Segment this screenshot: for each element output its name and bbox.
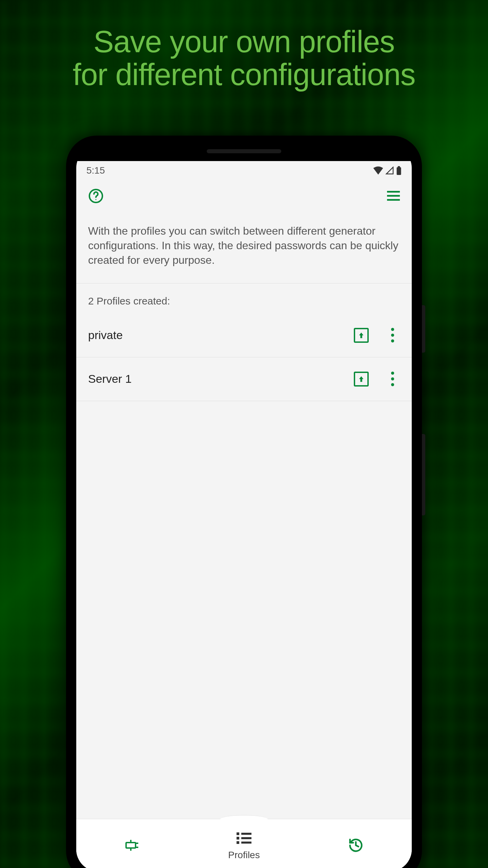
svg-rect-12 (241, 837, 251, 839)
list-icon (236, 830, 252, 846)
profile-count-label: 2 Profiles created: (76, 283, 412, 314)
headline-line-2: for different configurations (0, 58, 488, 91)
phone-frame: 5:15 (66, 136, 422, 868)
svg-rect-10 (241, 833, 251, 835)
status-bar: 5:15 (76, 161, 412, 180)
nav-generator[interactable] (76, 819, 188, 868)
signal-icon (385, 166, 394, 175)
promo-headline: Save your own profiles for different con… (0, 0, 488, 91)
description-text: With the profiles you can switch between… (76, 212, 412, 283)
svg-rect-14 (241, 842, 251, 844)
profile-list: private Server 1 (76, 314, 412, 819)
battery-icon (396, 166, 402, 175)
phone-speaker (207, 149, 281, 153)
history-icon (348, 837, 364, 853)
profile-item[interactable]: private (76, 314, 412, 357)
generator-icon (124, 837, 140, 853)
app-bar (76, 180, 412, 212)
upload-icon[interactable] (354, 328, 369, 343)
help-icon[interactable] (88, 188, 104, 204)
hamburger-menu-icon[interactable] (387, 191, 400, 201)
nav-history[interactable] (300, 819, 412, 868)
phone-side-button (422, 434, 425, 515)
nav-profiles[interactable]: Profiles (188, 819, 300, 868)
more-options-icon[interactable] (389, 372, 400, 386)
phone-inner: 5:15 (76, 146, 412, 868)
nav-profiles-label: Profiles (228, 850, 260, 861)
nav-bump (220, 815, 268, 823)
status-icons (373, 166, 402, 175)
svg-rect-9 (237, 832, 239, 835)
profile-item[interactable]: Server 1 (76, 357, 412, 401)
phone-screen: 5:15 (76, 161, 412, 868)
wifi-icon (373, 166, 383, 175)
status-time: 5:15 (86, 165, 105, 176)
svg-rect-11 (237, 837, 239, 840)
headline-line-1: Save your own profiles (0, 25, 488, 58)
profile-name: Server 1 (88, 372, 354, 386)
profile-name: private (88, 329, 354, 342)
svg-rect-1 (398, 166, 400, 167)
svg-rect-13 (237, 841, 239, 844)
phone-side-button (422, 305, 425, 353)
svg-point-3 (95, 199, 96, 200)
svg-rect-4 (126, 843, 136, 848)
upload-icon[interactable] (354, 372, 369, 387)
more-options-icon[interactable] (389, 328, 400, 342)
svg-rect-0 (397, 167, 401, 175)
bottom-nav: Profiles (76, 819, 412, 868)
